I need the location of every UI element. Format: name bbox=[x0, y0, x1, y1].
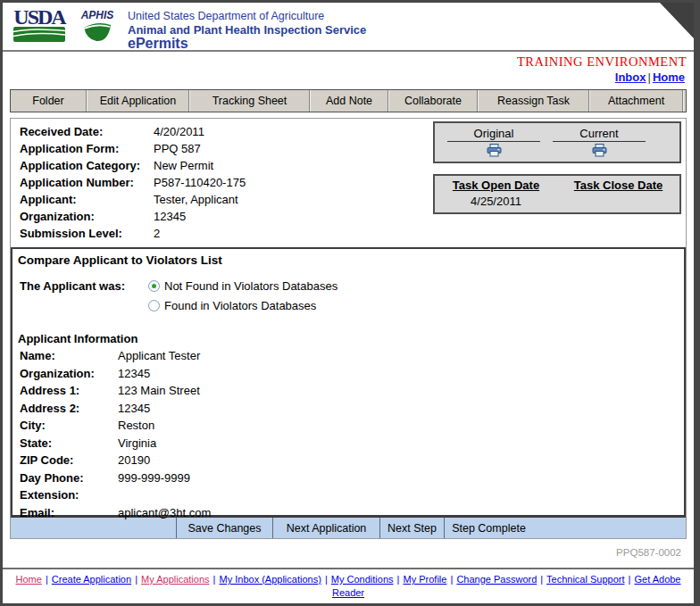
applicant-info-row: Address 1:123 Main Street bbox=[18, 382, 677, 400]
aphis-leaf-graphic bbox=[83, 21, 112, 43]
radio-option-found[interactable]: Found in Violators Databases bbox=[148, 299, 338, 312]
print-current-column: Current bbox=[553, 127, 646, 160]
agency-title-block: United States Department of Agriculture … bbox=[128, 7, 366, 50]
detail-value: 12345 bbox=[154, 208, 186, 225]
tab-attachment[interactable]: Attachment bbox=[589, 90, 683, 112]
footer-link-information-quality[interactable]: Information Quality bbox=[428, 602, 510, 606]
footer-link-foia[interactable]: FOIA bbox=[74, 602, 96, 606]
print-original-column: Original bbox=[447, 127, 540, 160]
footer-link-create-application[interactable]: Create Application bbox=[52, 574, 131, 585]
tab-reassign-task[interactable]: Reassign Task bbox=[478, 90, 589, 112]
radio-not-found-selected[interactable] bbox=[148, 280, 160, 292]
current-label: Current bbox=[553, 127, 646, 142]
detail-label: Application Form: bbox=[14, 140, 154, 157]
training-environment-banner: TRAINING ENVIRONMENT bbox=[517, 54, 687, 69]
page-code: PPQ587-0002 bbox=[616, 547, 681, 558]
radio-found-label: Found in Violators Databases bbox=[164, 299, 316, 312]
radio-not-found-label: Not Found in Violators Databases bbox=[164, 279, 338, 293]
footer-separator: | bbox=[209, 602, 213, 606]
action-bar-spacer bbox=[11, 518, 176, 538]
footer-link-my-inbox[interactable]: My Inbox (Applications) bbox=[220, 574, 321, 585]
applicant-was-label: The Applicant was: bbox=[18, 279, 148, 319]
original-label: Original bbox=[447, 127, 540, 142]
detail-label: Received Date: bbox=[14, 123, 154, 140]
info-label: Extension: bbox=[18, 486, 118, 504]
footer-link-my-conditions[interactable]: My Conditions bbox=[331, 574, 394, 585]
info-label: ZIP Code: bbox=[18, 452, 118, 469]
info-value: Virginia bbox=[118, 435, 156, 452]
tab-edit-application[interactable]: Edit Application bbox=[87, 90, 189, 112]
applicant-info-row: Day Phone:999-999-9999 bbox=[18, 469, 677, 487]
task-main-panel: Received Date:4/20/2011 Application Form… bbox=[10, 118, 687, 539]
footer-separator: | bbox=[280, 602, 285, 606]
print-current-icon printer-icon[interactable] bbox=[592, 144, 607, 160]
footer-link-accessibility-statement[interactable]: Accessibility Statement bbox=[105, 602, 206, 606]
next-application-button[interactable]: Next Application bbox=[272, 518, 379, 538]
radio-option-not-found[interactable]: Not Found in Violators Databases bbox=[148, 279, 338, 293]
footer: Home | Create Application | My Applicati… bbox=[3, 568, 694, 606]
info-value: 20190 bbox=[118, 452, 150, 469]
applicant-info-row: Organization:12345 bbox=[18, 365, 677, 383]
print-original-icon printer-icon[interactable] bbox=[487, 144, 502, 160]
footer-link-non-discrimination-statement[interactable]: Non-Discrimination Statement bbox=[288, 602, 418, 606]
step-complete-button[interactable]: Step Complete bbox=[444, 518, 533, 538]
tab-tracking-sheet[interactable]: Tracking Sheet bbox=[189, 90, 310, 112]
home-link[interactable]: Home bbox=[653, 71, 685, 84]
footer-separator: | bbox=[539, 574, 544, 585]
usda-logo: USDA bbox=[12, 7, 67, 42]
detail-value: PPQ 587 bbox=[154, 140, 201, 157]
info-value: Reston bbox=[118, 417, 154, 435]
footer-link-privacy-policy[interactable]: Privacy Policy bbox=[216, 602, 277, 606]
info-value: 12345 bbox=[118, 400, 150, 418]
footer-link-change-password[interactable]: Change Password bbox=[456, 574, 537, 585]
violators-section-title: Compare Applicant to Violators List bbox=[18, 253, 677, 267]
violators-section: Compare Applicant to Violators List The … bbox=[11, 247, 686, 517]
violators-radio-group: Not Found in Violators Databases Found i… bbox=[148, 279, 338, 319]
footer-separator: | bbox=[512, 602, 517, 606]
footer-separator: | bbox=[628, 574, 632, 585]
footer-link-my-applications[interactable]: My Applications bbox=[141, 574, 209, 585]
detail-value: Tester, Applicant bbox=[154, 191, 238, 208]
footer-link-firstgov[interactable]: FirstGov bbox=[520, 602, 557, 606]
footer-line1: Home | Create Application | My Applicati… bbox=[10, 573, 687, 600]
detail-value: 2 bbox=[154, 225, 160, 242]
detail-label: Application Number: bbox=[14, 174, 154, 191]
footer-link-white-house[interactable]: White House bbox=[566, 602, 622, 606]
task-close-date-header: Task Close Date bbox=[557, 178, 679, 192]
next-step-button[interactable]: Next Step bbox=[379, 518, 444, 538]
task-tab-strip: Folder Edit Application Tracking Sheet A… bbox=[10, 89, 687, 112]
save-changes-button[interactable]: Save Changes bbox=[176, 518, 272, 538]
info-label: Address 1: bbox=[18, 382, 118, 400]
radio-found-unselected[interactable] bbox=[148, 300, 160, 311]
applicant-info-row: State:Virginia bbox=[18, 435, 677, 452]
detail-value: New Permit bbox=[154, 157, 213, 174]
footer-separator: | bbox=[421, 602, 425, 606]
detail-label: Organization: bbox=[14, 208, 154, 225]
agency-line2: Animal and Plant Health Inspection Servi… bbox=[128, 23, 366, 37]
tab-add-note[interactable]: Add Note bbox=[310, 90, 388, 112]
footer-separator: | bbox=[99, 602, 104, 606]
inbox-link[interactable]: Inbox bbox=[615, 71, 646, 84]
environment-row: TRAINING ENVIRONMENT bbox=[3, 52, 694, 69]
tab-strip-filler bbox=[683, 90, 686, 112]
task-close-date-value bbox=[557, 195, 679, 208]
footer-line2: FOIA | Accessibility Statement | Privacy… bbox=[10, 601, 687, 606]
usda-logo-text: USDA bbox=[12, 7, 67, 27]
detail-label: Submission Level: bbox=[14, 225, 154, 242]
applicant-info-row: Name:Applicant Tester bbox=[18, 347, 677, 365]
page-code-row: PPQ587-0002 bbox=[3, 539, 694, 560]
footer-separator: | bbox=[134, 574, 138, 585]
detail-label: Applicant: bbox=[14, 191, 154, 208]
aphis-logo-text: APHIS bbox=[78, 10, 117, 21]
applicant-info-row: City:Reston bbox=[18, 417, 677, 435]
footer-link-home[interactable]: Home bbox=[15, 574, 41, 585]
applicant-info-rows: Name:Applicant Tester Organization:12345… bbox=[18, 347, 677, 521]
footer-link-technical-support[interactable]: Technical Support bbox=[546, 574, 624, 585]
tab-collaborate[interactable]: Collaborate bbox=[388, 90, 478, 112]
footer-link-my-profile[interactable]: My Profile bbox=[404, 574, 447, 585]
footer-separator: | bbox=[449, 574, 454, 585]
tab-folder[interactable]: Folder bbox=[11, 90, 87, 112]
info-label: City: bbox=[18, 417, 118, 435]
app-name: ePermits bbox=[128, 37, 366, 50]
info-value: 123 Main Street bbox=[118, 382, 200, 400]
